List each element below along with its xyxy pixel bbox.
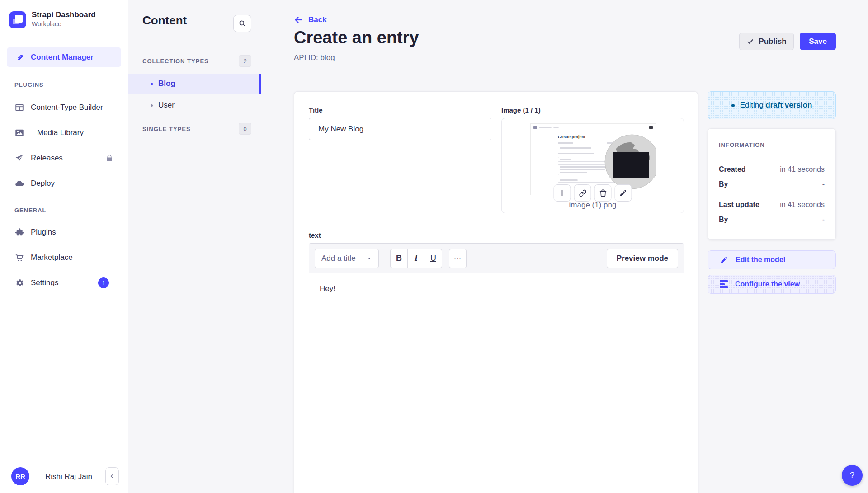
strapi-logo-icon	[9, 11, 26, 28]
sidebar-footer: RR Rishi Raj Jain	[0, 459, 128, 493]
layout-grid-icon	[14, 103, 24, 113]
sidebar-item-label: Settings	[31, 278, 58, 287]
api-id-subtitle: API ID: blog	[294, 53, 335, 62]
back-link[interactable]: Back	[294, 15, 327, 25]
content-subnav: Content COLLECTION TYPES 2 Blog User SIN…	[128, 0, 261, 493]
text-field: text Add a title B I U ... Prev	[309, 231, 683, 493]
single-types-header: SINGLE TYPES 0	[142, 123, 251, 135]
sidebar-item-deploy[interactable]: Deploy	[7, 171, 121, 196]
plus-icon	[558, 188, 567, 197]
bullet-icon	[151, 104, 153, 107]
rich-text-editor: Add a title B I U ... Preview mode Hey!	[309, 243, 684, 493]
sidebar-item-label: Plugins	[31, 228, 56, 237]
pencil-icon	[720, 256, 728, 264]
image-field: Image (1 / 1)	[501, 106, 684, 213]
sidebar-item-content-type-builder[interactable]: Content-Type Builder	[7, 95, 121, 120]
editor-content[interactable]: Hey!	[309, 273, 684, 304]
gear-icon	[14, 278, 24, 288]
title-field: Title	[309, 106, 491, 213]
title-input[interactable]	[309, 118, 491, 140]
italic-button[interactable]: I	[407, 249, 425, 268]
text-field-label: text	[309, 231, 683, 239]
link-icon	[578, 189, 587, 197]
copy-link-button[interactable]	[574, 184, 591, 202]
edit-model-button[interactable]: Edit the model	[708, 250, 836, 269]
sidebar-section-plugins: PLUGINS	[14, 81, 121, 89]
preview-mode-button[interactable]: Preview mode	[607, 249, 678, 268]
image-asset-card: Create project	[501, 118, 684, 213]
sidebar-item-content-manager[interactable]: Content Manager	[7, 47, 121, 67]
sidebar-item-releases[interactable]: Releases	[7, 146, 121, 171]
search-icon	[238, 19, 246, 28]
more-formatting-button[interactable]: ...	[449, 249, 467, 268]
divider	[719, 156, 825, 156]
subnav-item-blog[interactable]: Blog	[128, 74, 261, 94]
add-asset-button[interactable]	[554, 184, 571, 202]
list-lines-icon	[720, 280, 728, 288]
underline-button[interactable]: U	[425, 249, 442, 268]
page-title: Create an entry	[294, 28, 419, 47]
app-sidebar: Strapi Dashboard Workplace Content Manag…	[0, 0, 128, 493]
user-avatar[interactable]: RR	[11, 467, 29, 485]
sidebar-item-label: Content Manager	[31, 53, 94, 62]
cart-icon	[14, 253, 24, 263]
bold-button[interactable]: B	[390, 249, 408, 268]
sidebar-item-plugins[interactable]: Plugins	[7, 220, 121, 245]
caret-down-icon	[367, 256, 372, 261]
arrow-left-icon	[294, 15, 304, 25]
sidebar-item-label: Marketplace	[31, 253, 73, 262]
configure-view-button[interactable]: Configure the view	[708, 275, 836, 294]
sidebar-section-general: GENERAL	[14, 207, 121, 214]
information-card: INFORMATION Created in 41 seconds By - L…	[708, 128, 836, 240]
sidebar-item-media-library[interactable]: Media Library	[7, 120, 121, 146]
sidebar-item-label: Content-Type Builder	[31, 103, 103, 112]
subnav-title: Content	[142, 14, 187, 28]
subnav-item-label: Blog	[158, 79, 175, 88]
title-field-label: Title	[309, 106, 491, 114]
thumbnail-tooltip	[613, 152, 649, 178]
lock-icon	[105, 154, 113, 162]
workspace-subtitle: Workplace	[32, 20, 61, 28]
sidebar-item-marketplace[interactable]: Marketplace	[7, 245, 121, 270]
entry-side-panel: Editing draft version INFORMATION Create…	[708, 91, 836, 294]
picture-icon	[14, 128, 24, 138]
single-types-count: 0	[239, 123, 251, 135]
bullet-icon	[151, 83, 153, 85]
info-row-created-by: By -	[719, 180, 825, 188]
info-row-last-update: Last update in 41 seconds	[719, 201, 825, 209]
main-content: Back Create an entry API ID: blog Publis…	[261, 0, 868, 493]
edit-asset-button[interactable]	[615, 184, 632, 202]
delete-asset-button[interactable]	[594, 184, 612, 202]
collection-types-count: 2	[239, 55, 251, 67]
sidebar-item-settings[interactable]: Settings 1	[7, 270, 121, 296]
help-button[interactable]: ?	[842, 465, 863, 486]
sidebar-collapse-button[interactable]	[105, 467, 119, 485]
trash-icon	[599, 189, 607, 197]
sidebar-item-label: Deploy	[31, 179, 55, 188]
pencil-icon	[619, 189, 627, 197]
workspace-header: Strapi Dashboard Workplace	[0, 0, 128, 40]
subnav-item-user[interactable]: User	[128, 95, 261, 115]
information-title: INFORMATION	[719, 141, 825, 148]
entry-form-card: Title Image (1 / 1)	[294, 91, 698, 493]
save-button[interactable]: Save	[800, 33, 836, 50]
image-filename: image (1).png	[502, 201, 684, 210]
collection-types-header: COLLECTION TYPES 2	[142, 55, 251, 67]
cloud-icon	[14, 178, 24, 188]
check-icon	[746, 38, 754, 45]
user-name: Rishi Raj Jain	[45, 472, 92, 481]
publish-button[interactable]: Publish	[739, 33, 794, 50]
status-dot-icon	[731, 104, 735, 107]
info-row-updated-by: By -	[719, 216, 825, 224]
settings-notification-badge: 1	[98, 277, 109, 288]
chevron-left-icon	[109, 473, 115, 479]
search-button[interactable]	[233, 15, 251, 32]
editor-toolbar: Add a title B I U ... Preview mode	[309, 244, 684, 273]
sidebar-item-label: Releases	[31, 154, 63, 163]
sidebar-item-label: Media Library	[37, 128, 84, 137]
text-style-dropdown[interactable]: Add a title	[315, 249, 379, 268]
info-row-created: Created in 41 seconds	[719, 165, 825, 174]
subnav-item-label: User	[158, 101, 175, 110]
workspace-title: Strapi Dashboard	[32, 10, 96, 19]
paper-plane-icon	[14, 153, 24, 163]
